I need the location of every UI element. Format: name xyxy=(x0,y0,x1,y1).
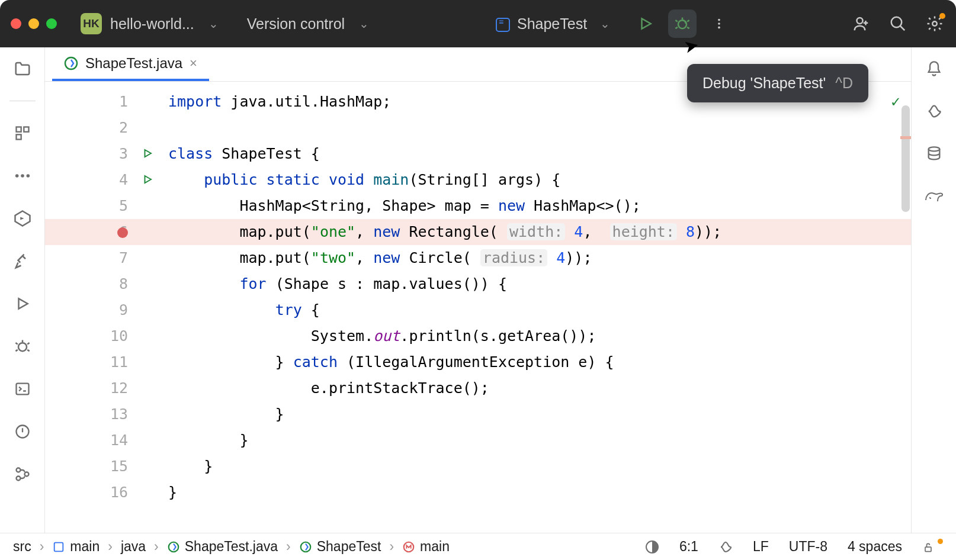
svg-point-17 xyxy=(16,468,20,472)
left-tool-rail xyxy=(0,47,45,533)
build-tool-icon[interactable] xyxy=(12,250,33,272)
run-button[interactable] xyxy=(631,9,660,38)
code-editor[interactable]: 1 2 3 4 5 6 7 8 9 10 11 12 13 14 xyxy=(45,82,911,533)
svg-point-19 xyxy=(24,472,28,477)
inspection-ok-icon[interactable]: ✓ xyxy=(891,92,900,110)
notification-dot-icon xyxy=(939,13,945,19)
svg-rect-8 xyxy=(24,127,28,132)
database-tool-icon[interactable] xyxy=(923,143,945,165)
line-number: 16 xyxy=(45,479,163,506)
chevron-down-icon[interactable]: ⌄ xyxy=(359,17,369,31)
debug-tool-icon[interactable] xyxy=(12,336,33,357)
gutter[interactable]: 1 2 3 4 5 6 7 8 9 10 11 12 13 14 xyxy=(45,82,163,533)
run-configuration-selector[interactable]: ShapeTest ⌄ xyxy=(486,11,623,37)
main-area: ShapeTest.java × 1 2 3 4 5 6 7 8 9 xyxy=(0,47,956,533)
code-content[interactable]: import java.util.HashMap; class ShapeTes… xyxy=(163,82,911,533)
right-tool-rail xyxy=(911,47,956,533)
project-name[interactable]: hello-world... xyxy=(110,15,194,33)
minimize-window-button[interactable] xyxy=(28,18,39,29)
line-number: 13 xyxy=(45,401,163,427)
svg-rect-15 xyxy=(16,384,28,395)
svg-point-12 xyxy=(26,174,30,178)
svg-point-18 xyxy=(16,477,20,481)
close-tab-icon[interactable]: × xyxy=(190,56,197,71)
breadcrumb[interactable]: main xyxy=(52,539,100,555)
svg-rect-22 xyxy=(54,542,63,551)
breadcrumb[interactable]: src xyxy=(13,539,31,555)
line-number: 10 xyxy=(45,323,163,349)
line-number: 1 xyxy=(45,89,163,115)
tooltip-shortcut: ^D xyxy=(835,75,853,92)
caret-position[interactable]: 6:1 xyxy=(679,539,698,555)
svg-point-2 xyxy=(718,22,720,25)
svg-rect-9 xyxy=(16,134,21,139)
breadcrumb[interactable]: main xyxy=(402,539,450,555)
class-icon xyxy=(299,540,312,553)
more-tools-icon[interactable] xyxy=(12,165,33,186)
ai-assist-tool-icon[interactable] xyxy=(923,101,945,122)
svg-point-6 xyxy=(932,21,937,26)
line-number: 2 xyxy=(45,115,163,141)
reader-mode-icon[interactable] xyxy=(718,540,733,554)
breadcrumb[interactable]: java xyxy=(121,539,146,555)
indent-settings[interactable]: 4 spaces xyxy=(848,539,902,555)
svg-point-24 xyxy=(300,542,310,552)
readonly-lock-icon[interactable] xyxy=(922,539,943,555)
tab-label: ShapeTest.java xyxy=(85,55,182,72)
close-window-button[interactable] xyxy=(11,18,21,29)
run-gutter-icon[interactable] xyxy=(142,174,153,185)
breadcrumb[interactable]: ShapeTest xyxy=(299,539,381,555)
chevron-down-icon[interactable]: ⌄ xyxy=(208,17,219,31)
breadcrumb[interactable]: ShapeTest.java xyxy=(167,539,278,555)
svg-rect-7 xyxy=(16,127,21,132)
structure-tool-icon[interactable] xyxy=(12,123,33,144)
highlighting-level-icon[interactable] xyxy=(645,540,659,554)
notifications-tool-icon[interactable] xyxy=(923,58,945,79)
svg-point-1 xyxy=(718,19,720,21)
status-bar: src› main› java› ShapeTest.java› ShapeTe… xyxy=(0,533,956,560)
svg-point-14 xyxy=(18,343,27,351)
svg-point-20 xyxy=(65,57,77,69)
project-badge[interactable]: HK xyxy=(81,13,102,34)
svg-rect-27 xyxy=(925,547,931,552)
svg-point-11 xyxy=(21,174,24,178)
line-number: 9 xyxy=(45,297,163,323)
settings-button[interactable] xyxy=(920,9,949,38)
services-tool-icon[interactable] xyxy=(12,208,33,229)
tooltip-text: Debug 'ShapeTest' xyxy=(702,75,826,92)
zoom-window-button[interactable] xyxy=(46,18,57,29)
file-encoding[interactable]: UTF-8 xyxy=(789,539,827,555)
vertical-scrollbar[interactable] xyxy=(902,105,910,212)
chevron-down-icon: ⌄ xyxy=(600,17,610,31)
svg-point-5 xyxy=(891,17,902,28)
vcs-menu[interactable]: Version control xyxy=(247,15,345,33)
module-icon xyxy=(52,540,65,553)
debug-button[interactable] xyxy=(668,9,697,38)
svg-point-4 xyxy=(857,18,863,24)
line-number: 5 xyxy=(45,193,163,219)
run-tool-icon[interactable] xyxy=(12,293,33,314)
method-icon xyxy=(402,540,415,553)
line-separator[interactable]: LF xyxy=(753,539,769,555)
code-with-me-button[interactable] xyxy=(847,9,875,38)
terminal-tool-icon[interactable] xyxy=(12,378,33,400)
problems-tool-icon[interactable] xyxy=(12,421,33,442)
svg-point-21 xyxy=(928,147,939,151)
title-bar: HK hello-world... ⌄ Version control ⌄ Sh… xyxy=(0,0,956,47)
line-number: 8 xyxy=(45,271,163,297)
gradle-tool-icon[interactable] xyxy=(923,186,945,207)
line-number: 11 xyxy=(45,349,163,375)
more-actions-button[interactable] xyxy=(705,9,733,38)
application-icon xyxy=(496,18,510,32)
java-class-icon xyxy=(64,56,78,70)
error-stripe-marker[interactable] xyxy=(900,136,911,139)
run-gutter-icon[interactable] xyxy=(142,148,153,159)
tab-shapetest[interactable]: ShapeTest.java × xyxy=(52,47,209,81)
svg-point-23 xyxy=(169,542,179,552)
java-class-icon xyxy=(167,540,180,553)
line-number: 14 xyxy=(45,427,163,453)
vcs-tool-icon[interactable] xyxy=(12,464,33,485)
project-tool-icon[interactable] xyxy=(12,58,33,79)
breakpoint-icon[interactable] xyxy=(117,227,128,238)
search-everywhere-button[interactable] xyxy=(884,9,912,38)
